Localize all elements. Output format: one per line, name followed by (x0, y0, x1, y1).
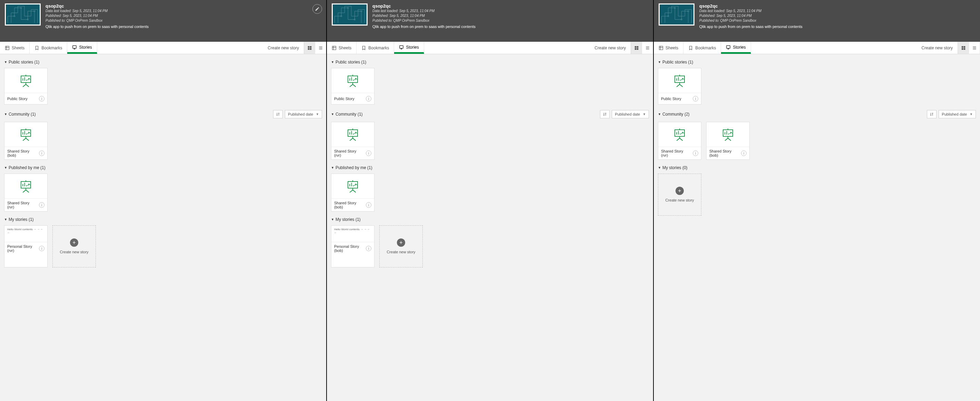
svg-line-35 (23, 190, 26, 192)
info-icon[interactable]: i (39, 96, 45, 101)
tab-sheets[interactable]: Sheets (654, 42, 683, 54)
info-icon[interactable]: i (741, 150, 746, 156)
sort-field-select[interactable]: Published date ▼ (285, 110, 322, 118)
svg-line-101 (676, 84, 680, 86)
list-icon (645, 46, 650, 50)
info-icon[interactable]: i (693, 96, 698, 101)
svg-line-69 (353, 138, 356, 141)
create-story-card[interactable]: + Create new story (52, 225, 96, 267)
section-toggle[interactable]: ▼ Community (1) (4, 112, 36, 117)
app-thumb (332, 3, 368, 26)
sheets-icon (5, 46, 10, 50)
view-list-button[interactable] (315, 42, 326, 54)
story-card[interactable]: Hello World contents → → ← ← Personal St… (331, 225, 374, 267)
sort-field-select[interactable]: Published date ▼ (612, 110, 649, 118)
story-card-body: Hello World contents → → ← ← (331, 226, 374, 242)
app-meta-pubto: Published to: QMP OnPrem Sandbox (46, 18, 321, 23)
tab-sheets[interactable]: Sheets (0, 42, 30, 54)
svg-rect-53 (635, 48, 636, 50)
cards: Hello World contents → → ← ← Personal St… (331, 225, 649, 267)
section-toggle[interactable]: ▼ My stories (0) (658, 165, 687, 170)
info-icon[interactable]: i (366, 246, 371, 251)
tab-bookmarks[interactable]: Bookmarks (683, 42, 721, 54)
chevron-down-icon: ▼ (658, 166, 661, 169)
tab-stories[interactable]: Stories (394, 42, 424, 54)
section-toggle[interactable]: ▼ Community (2) (658, 112, 690, 117)
story-card[interactable]: Shared Story (rvr) i (4, 174, 48, 211)
svg-rect-86 (659, 46, 663, 50)
view-grid-button[interactable] (304, 42, 315, 54)
view-list-button[interactable] (642, 42, 653, 54)
section-title: Community (1) (9, 112, 36, 117)
tab-sheets[interactable]: Sheets (327, 42, 356, 54)
svg-rect-95 (963, 48, 965, 50)
svg-line-19 (23, 84, 26, 86)
sort-field-label: Published date (288, 112, 313, 116)
story-card[interactable]: Shared Story (rvr) i (331, 122, 374, 160)
svg-rect-58 (348, 76, 358, 83)
section-toggle[interactable]: ▼ My stories (1) (331, 217, 361, 222)
story-card[interactable]: Public Story i (331, 68, 374, 105)
sort-icon (276, 112, 280, 116)
chevron-down-icon: ▼ (4, 112, 7, 116)
sort-field-select[interactable]: Published date ▼ (939, 110, 976, 118)
section-toggle[interactable]: ▼ Public stories (1) (4, 60, 39, 64)
svg-line-117 (725, 138, 728, 141)
story-card[interactable]: Shared Story (bob) i (4, 122, 48, 160)
info-icon[interactable]: i (693, 150, 698, 156)
chevron-down-icon: ▼ (658, 61, 661, 64)
info-icon[interactable]: i (366, 96, 371, 101)
view-grid-button[interactable] (958, 42, 969, 54)
sort-order-button[interactable] (927, 110, 937, 118)
story-card[interactable]: Public Story i (658, 68, 702, 105)
info-icon[interactable]: i (366, 150, 371, 156)
cards: Shared Story (rvr) i (331, 122, 649, 160)
svg-line-76 (350, 190, 353, 192)
chevron-down-icon: ▼ (331, 218, 334, 221)
story-card-title: Personal Story (rvr) (7, 244, 37, 252)
section-toggle[interactable]: ▼ Published by me (1) (4, 165, 46, 170)
tabbar: Sheets Bookmarks Stories Create new stor… (654, 42, 980, 54)
app-meta-published: Published: Sep 5, 2023, 11:04 PM (372, 13, 648, 18)
grid-icon (634, 46, 639, 50)
svg-rect-10 (308, 46, 309, 48)
panel: qsop2qc Data last loaded: Sep 5, 2023, 1… (0, 0, 327, 401)
info-icon[interactable]: i (39, 246, 45, 251)
story-easel-icon (345, 179, 360, 193)
info-icon[interactable]: i (39, 202, 45, 208)
section-toggle[interactable]: ▼ Community (1) (331, 112, 363, 117)
create-story-card[interactable]: + Create new story (658, 174, 702, 216)
create-new-story[interactable]: Create new story (263, 42, 304, 54)
view-list-button[interactable] (969, 42, 980, 54)
view-grid-button[interactable] (631, 42, 642, 54)
sort-order-button[interactable] (600, 110, 610, 118)
story-card[interactable]: Shared Story (rvr) i (658, 122, 702, 160)
create-story-card-label: Create new story (60, 249, 88, 254)
cards: + Create new story (658, 174, 976, 216)
info-icon[interactable]: i (39, 150, 45, 156)
tab-stories[interactable]: Stories (67, 42, 97, 54)
create-new-story[interactable]: Create new story (590, 42, 631, 54)
create-new-story-label: Create new story (921, 46, 953, 50)
svg-line-68 (350, 138, 353, 141)
section-toggle[interactable]: ▼ Published by me (1) (331, 165, 372, 170)
story-card[interactable]: Public Story i (4, 68, 48, 105)
story-card[interactable]: Hello World contents → → ← ← Personal St… (4, 225, 48, 267)
edit-button[interactable] (312, 4, 322, 14)
tab-bookmarks[interactable]: Bookmarks (30, 42, 67, 54)
cards: Shared Story (bob) i (4, 122, 322, 160)
sort-order-button[interactable] (273, 110, 283, 118)
tab-stories[interactable]: Stories (721, 42, 751, 54)
section-title: Community (1) (336, 112, 363, 117)
story-card[interactable]: Shared Story (bob) i (706, 122, 750, 160)
info-icon[interactable]: i (366, 202, 371, 208)
story-card[interactable]: Shared Story (bob) i (331, 174, 374, 211)
section-toggle[interactable]: ▼ My stories (1) (4, 217, 34, 222)
section: ▼ Community (1) Published date ▼ (331, 110, 649, 160)
create-story-card[interactable]: + Create new story (379, 225, 423, 267)
section-toggle[interactable]: ▼ Public stories (1) (658, 60, 693, 64)
section-toggle[interactable]: ▼ Public stories (1) (331, 60, 366, 64)
tab-bookmarks[interactable]: Bookmarks (356, 42, 394, 54)
app-description: Qlik app to push from on prem to saas wi… (699, 24, 975, 29)
create-new-story[interactable]: Create new story (916, 42, 958, 54)
